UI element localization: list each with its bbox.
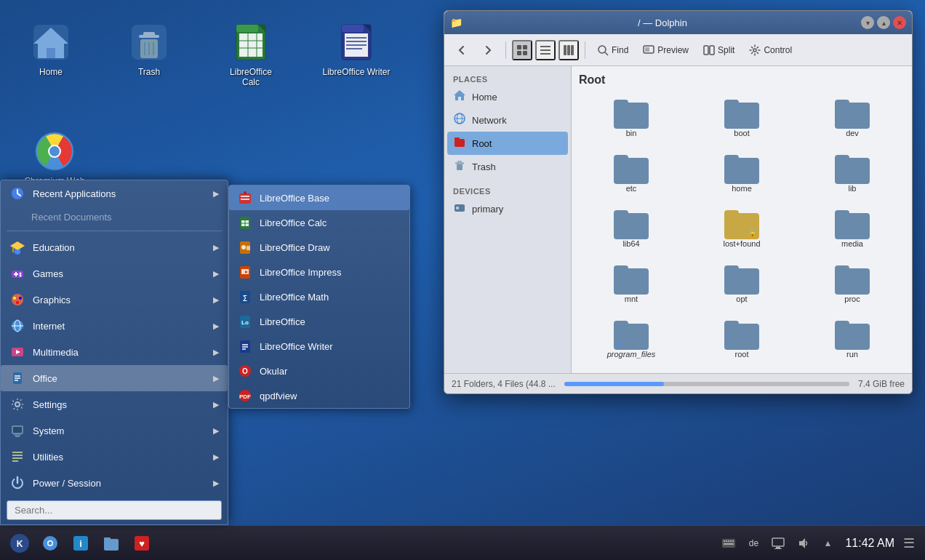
menu-item-internet[interactable]: Internet ▶ <box>1 313 228 339</box>
file-item-etc[interactable]: etc <box>579 149 684 199</box>
menu-item-utilities[interactable]: Utilities ▶ <box>1 444 228 470</box>
taskbar-chromium-btn[interactable] <box>36 529 64 557</box>
window-close-btn[interactable]: ✕ <box>893 16 906 29</box>
view-icons-btn[interactable] <box>512 40 532 60</box>
taskbar-tray-arrow[interactable]: ▲ <box>817 533 838 553</box>
taskbar-left: K i ♥ <box>6 529 156 557</box>
submenu-item-lo[interactable]: Lo LibreOffice <box>229 309 409 334</box>
kde-start-button[interactable]: K <box>6 529 33 557</box>
submenu-item-lo-draw-label: LibreOffice Draw <box>260 242 330 253</box>
taskbar-files-btn[interactable] <box>97 529 125 557</box>
menu-item-office[interactable]: Office ▶ <box>1 365 228 391</box>
taskbar-help-btn[interactable]: i <box>67 529 95 557</box>
menu-item-education[interactable]: Education ▶ <box>1 234 228 260</box>
preview-button[interactable]: Preview <box>637 41 694 59</box>
folder-icon-bin <box>614 100 649 129</box>
sidebar-trash-label: Trash <box>472 161 496 172</box>
file-item-mnt[interactable]: mnt <box>579 260 684 309</box>
folder-icon-program-files: ↗ <box>614 321 649 350</box>
file-item-dev[interactable]: dev <box>800 94 905 143</box>
utilities-arrow: ▶ <box>213 452 219 462</box>
sidebar-home-icon <box>453 89 466 105</box>
submenu-item-okular[interactable]: O Okular <box>229 359 409 383</box>
sidebar-network-icon <box>453 112 466 128</box>
file-item-bin[interactable]: bin <box>579 94 684 143</box>
view-list-btn[interactable] <box>535 40 556 60</box>
svg-rect-103 <box>645 47 649 52</box>
svg-rect-115 <box>457 161 462 163</box>
submenu-item-lo-writer[interactable]: LibreOffice Writer <box>229 334 409 359</box>
file-item-program-files[interactable]: ↗ program_files <box>579 315 684 364</box>
file-item-boot[interactable]: boot <box>689 94 794 143</box>
view-columns-btn[interactable] <box>558 40 579 60</box>
office-arrow: ▶ <box>213 374 219 383</box>
svg-rect-99 <box>571 45 574 55</box>
desktop-icon-calc[interactable]: LibreOffice Calc <box>215 15 287 93</box>
menu-item-games-label: Games <box>33 268 63 279</box>
taskbar-tray-monitor[interactable] <box>768 533 788 553</box>
file-item-lib[interactable]: lib <box>800 149 905 199</box>
desktop-icon-trash[interactable]: Trash <box>113 15 185 83</box>
menu-item-recent-docs[interactable]: Recent Documents <box>1 207 228 228</box>
file-item-lostfound[interactable]: 🔒 lost+found <box>689 204 794 254</box>
multimedia-icon <box>9 344 25 360</box>
window-maximize-btn[interactable]: ▴ <box>877 16 890 29</box>
menu-item-recent-apps[interactable]: Recent Applications ▶ <box>1 180 228 207</box>
folder-icon-etc <box>614 155 649 184</box>
taskbar-locale[interactable]: de <box>743 533 764 553</box>
desktop-icon-writer[interactable]: LibreOffice Writer <box>316 15 396 83</box>
status-info: 21 Folders, 4 Files (44.8 ... <box>452 379 556 389</box>
folder-icon-home <box>724 155 759 184</box>
sidebar-item-network[interactable]: Network <box>447 108 568 132</box>
control-button[interactable]: Control <box>743 41 798 59</box>
file-item-home[interactable]: home <box>689 149 794 199</box>
file-item-proc[interactable]: proc <box>800 260 905 309</box>
back-button[interactable] <box>450 41 473 59</box>
taskbar-tray-keyboard[interactable] <box>718 533 739 553</box>
file-grid: bin boot dev <box>579 94 905 364</box>
taskbar-solitaire-btn[interactable]: ♥ <box>128 529 156 557</box>
taskbar-tray-volume[interactable] <box>793 533 813 553</box>
taskbar: K i ♥ <box>0 525 925 560</box>
find-button[interactable]: Find <box>591 41 634 59</box>
submenu-item-lo-calc[interactable]: LibreOffice Calc <box>229 210 409 235</box>
menu-item-system[interactable]: System ▶ <box>1 417 228 444</box>
internet-arrow: ▶ <box>213 321 219 331</box>
menu-search-input[interactable] <box>7 500 222 520</box>
submenu-item-lo-draw[interactable]: LibreOffice Draw <box>229 235 409 260</box>
file-item-run[interactable]: run <box>800 315 905 364</box>
split-button[interactable]: Split <box>697 41 740 59</box>
status-progress-bar <box>564 382 849 386</box>
svg-rect-138 <box>774 548 782 549</box>
taskbar-menu-btn[interactable]: ☰ <box>899 533 919 553</box>
sidebar-item-root[interactable]: Root <box>447 132 568 155</box>
svg-rect-58 <box>15 436 20 437</box>
sidebar-item-primary[interactable]: primary <box>447 197 568 220</box>
menu-item-graphics-label: Graphics <box>33 295 71 305</box>
submenu-item-lo-base[interactable]: LibreOffice Base <box>229 185 409 210</box>
sidebar-item-home[interactable]: Home <box>447 85 568 108</box>
menu-item-games[interactable]: Games ▶ <box>1 260 228 287</box>
recent-apps-icon <box>9 185 25 201</box>
window-minimize-btn[interactable]: ▾ <box>861 16 874 29</box>
taskbar-right: de ▲ 11:42 AM ☰ <box>718 533 919 553</box>
submenu-item-lo-impress[interactable]: LibreOffice Impress <box>229 260 409 284</box>
file-item-media[interactable]: media <box>800 204 905 254</box>
file-item-lib64[interactable]: lib64 <box>579 204 684 254</box>
forward-button[interactable] <box>476 41 500 59</box>
menu-item-multimedia[interactable]: Multimedia ▶ <box>1 339 228 365</box>
power-icon <box>9 475 25 491</box>
svg-text:PDF: PDF <box>239 393 251 400</box>
start-menu: Recent Applications ▶ Recent Documents E… <box>0 180 228 525</box>
submenu-item-lo-math[interactable]: ∑ LibreOffice Math <box>229 284 409 309</box>
file-item-opt[interactable]: opt <box>689 260 794 309</box>
menu-item-graphics[interactable]: Graphics ▶ <box>1 287 228 313</box>
file-item-root[interactable]: root <box>689 315 794 364</box>
menu-item-power[interactable]: Power / Session ▶ <box>1 470 228 496</box>
sidebar-trash-icon <box>453 159 466 175</box>
folder-icon-mnt <box>614 265 649 295</box>
desktop-icon-home[interactable]: Home <box>15 15 87 83</box>
sidebar-item-trash[interactable]: Trash <box>447 155 568 178</box>
menu-item-settings[interactable]: Settings ▶ <box>1 391 228 417</box>
submenu-item-qpdfview[interactable]: PDF qpdfview <box>229 383 409 408</box>
